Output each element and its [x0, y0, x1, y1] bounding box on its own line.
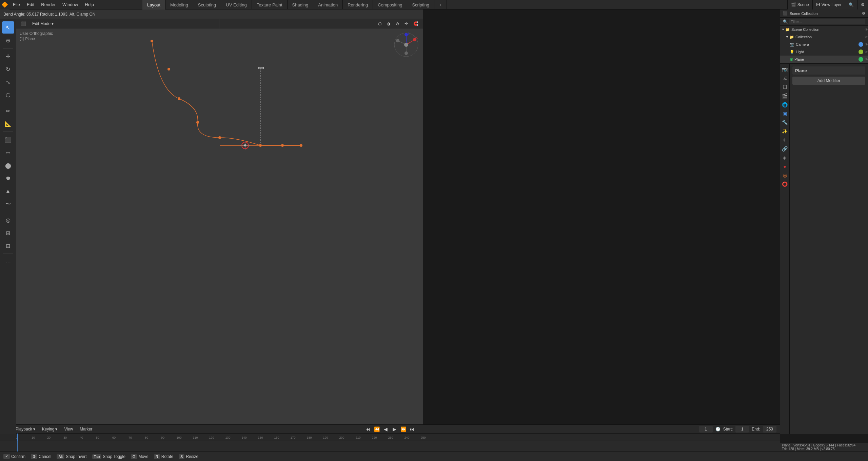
tab-layout[interactable]: Layout — [142, 0, 165, 9]
add-modifier-button[interactable]: Add Modifier — [792, 77, 865, 85]
rotate-label: Rotate — [161, 454, 173, 459]
tab-modeling[interactable]: Modeling — [165, 0, 193, 9]
tab-scripting[interactable]: Scripting — [407, 0, 434, 9]
timeline-content[interactable] — [0, 441, 780, 452]
svg-point-20 — [404, 43, 408, 47]
outliner-icon: ⬛ — [783, 11, 788, 16]
tool-add-curve[interactable]: 〜 — [2, 198, 14, 210]
plane-vis[interactable]: 👁 — [865, 58, 868, 61]
tab-texture-paint[interactable]: Texture Paint — [252, 0, 288, 9]
transport-jump-start[interactable]: ⏮ — [364, 425, 372, 433]
menu-help[interactable]: Help — [81, 0, 97, 9]
tab-compositing[interactable]: Compositing — [373, 0, 407, 9]
prop-material-icon[interactable]: ● — [781, 162, 789, 171]
tool-add-cone[interactable]: ▲ — [2, 185, 14, 197]
tool-move[interactable]: ✛ — [2, 50, 14, 62]
prop-output-icon[interactable]: 🖨 — [781, 74, 789, 82]
light-vis[interactable]: 👁 — [865, 50, 868, 54]
prop-object-icon[interactable]: ▣ — [781, 109, 789, 118]
outliner-search-input[interactable] — [789, 19, 865, 24]
search-button[interactable]: 🔍 — [845, 0, 857, 9]
tool-grid[interactable]: ⊟ — [2, 240, 14, 252]
view-gizmo[interactable]: X Z — [393, 31, 420, 58]
scene-collection-vis[interactable]: 👁 — [865, 28, 868, 32]
prop-world-icon[interactable]: 🌐 — [781, 101, 789, 109]
outliner-item-light[interactable]: 💡 Light 👁 — [780, 48, 868, 56]
menu-edit[interactable]: Edit — [23, 0, 38, 9]
svg-text:⟺: ⟺ — [258, 65, 264, 71]
timeline-ruler[interactable]: 1 10 20 30 40 50 60 70 80 90 100 110 120… — [0, 434, 780, 441]
snap-toggle-button[interactable]: Tab Snap Toggle — [92, 454, 125, 459]
prop-constraints-icon[interactable]: 🔗 — [781, 145, 789, 153]
end-frame-display[interactable]: 250 — [763, 426, 776, 433]
prop-particles2-icon[interactable]: ⭕ — [781, 180, 789, 188]
tool-cursor[interactable]: ⊕ — [2, 34, 14, 46]
transport-jump-end[interactable]: ⏭ — [408, 425, 416, 433]
tool-add-cylinder[interactable]: ⏺ — [2, 172, 14, 184]
tab-sculpting[interactable]: Sculpting — [193, 0, 221, 9]
start-frame-display[interactable]: 1 — [735, 426, 749, 433]
scene-selector[interactable]: 🎬 Scene — [787, 0, 812, 9]
confirm-label: Confirm — [11, 454, 25, 459]
confirm-button[interactable]: ✓ Confirm — [3, 454, 25, 459]
tool-measure[interactable]: 📐 — [2, 118, 14, 130]
rotate-button[interactable]: R Rotate — [154, 454, 173, 459]
prop-viewlayer-icon[interactable]: 🎞 — [781, 83, 789, 91]
current-frame-display[interactable]: 1 — [699, 426, 713, 433]
tab-add[interactable]: + — [434, 0, 447, 9]
tab-shading[interactable]: Shading — [288, 0, 314, 9]
prop-shaderfx-icon[interactable]: ◎ — [781, 171, 789, 179]
prop-data-icon[interactable]: ◈ — [781, 154, 789, 162]
menu-window[interactable]: Window — [59, 0, 81, 9]
viewport-3d[interactable]: ⬛ Edit Mode ▾ ⬡ ◑ ⊙ ✛ 🧲 User Orthographi… — [16, 19, 423, 434]
prop-particle-icon[interactable]: ✨ — [781, 127, 789, 135]
tl-marker[interactable]: Marker — [78, 426, 94, 433]
tab-rendering[interactable]: Rendering — [343, 0, 373, 9]
tool-extra[interactable]: ⋯ — [2, 256, 14, 268]
prop-scene-icon[interactable]: 🎬 — [781, 92, 789, 100]
tl-view[interactable]: View — [62, 426, 75, 433]
tab-uv-editing[interactable]: UV Editing — [221, 0, 252, 9]
transport-prev-key[interactable]: ⏪ — [373, 425, 380, 433]
tool-smooth[interactable]: ◎ — [2, 214, 14, 226]
camera-vis[interactable]: 👁 — [865, 43, 868, 46]
cancel-button[interactable]: ⊗ Cancel — [31, 454, 51, 459]
prop-modifier-icon[interactable]: 🔧 — [781, 118, 789, 126]
transport-play[interactable]: ▶ — [391, 425, 398, 433]
vertex-3 — [178, 97, 180, 100]
tool-scale[interactable]: ⤡ — [2, 76, 14, 88]
tool-rotate[interactable]: ↻ — [2, 63, 14, 75]
collection-vis[interactable]: 👁 — [865, 35, 868, 39]
menu-render[interactable]: Render — [38, 0, 59, 9]
tool-annotate[interactable]: ✏ — [2, 105, 14, 117]
toolbar-divider-4 — [3, 212, 13, 212]
prop-physics-icon[interactable]: ⚛ — [781, 136, 789, 144]
tool-transform[interactable]: ⬡ — [2, 89, 14, 101]
outliner-item-collection[interactable]: ▼ 📁 Collection 👁 — [780, 33, 868, 41]
camera-dot — [859, 42, 863, 47]
menu-file[interactable]: File — [9, 0, 23, 9]
viewlayer-selector[interactable]: 🎞 View Layer — [812, 0, 845, 9]
transport-play-back[interactable]: ◀ — [382, 425, 389, 433]
snap-invert-button[interactable]: Alt Snap Invert — [57, 454, 86, 459]
outliner-item-plane[interactable]: ▣ Plane 👁 — [780, 56, 868, 63]
tool-select[interactable]: ↖ — [2, 21, 14, 34]
svg-text:10: 10 — [32, 436, 35, 439]
outliner-item-scene-collection[interactable]: ▼ 📁 Scene Collection 👁 — [780, 26, 868, 33]
tab-animation[interactable]: Animation — [313, 0, 343, 9]
transport-next-key[interactable]: ⏩ — [399, 425, 407, 433]
tl-keying[interactable]: Keying ▾ — [40, 426, 60, 433]
tool-add-plane[interactable]: ▭ — [2, 146, 14, 159]
top-right-area: 🎬 Scene 🎞 View Layer 🔍 ⚙ — [787, 0, 868, 9]
tl-playback[interactable]: Playback ▾ — [14, 426, 37, 433]
resize-button[interactable]: S Resize — [179, 454, 198, 459]
filter-button[interactable]: ⚙ — [857, 0, 868, 9]
svg-text:X: X — [416, 36, 418, 39]
outliner-item-camera[interactable]: 📷 Camera 👁 — [780, 41, 868, 48]
tool-add-sphere[interactable]: ⬤ — [2, 159, 14, 172]
prop-render-icon[interactable]: 📷 — [781, 65, 789, 74]
move-button[interactable]: G Move — [131, 454, 149, 459]
outliner-filter-icon[interactable]: ⚙ — [862, 11, 865, 16]
tool-add-cube[interactable]: ⬛ — [2, 134, 14, 146]
tool-more[interactable]: ⊞ — [2, 227, 14, 239]
